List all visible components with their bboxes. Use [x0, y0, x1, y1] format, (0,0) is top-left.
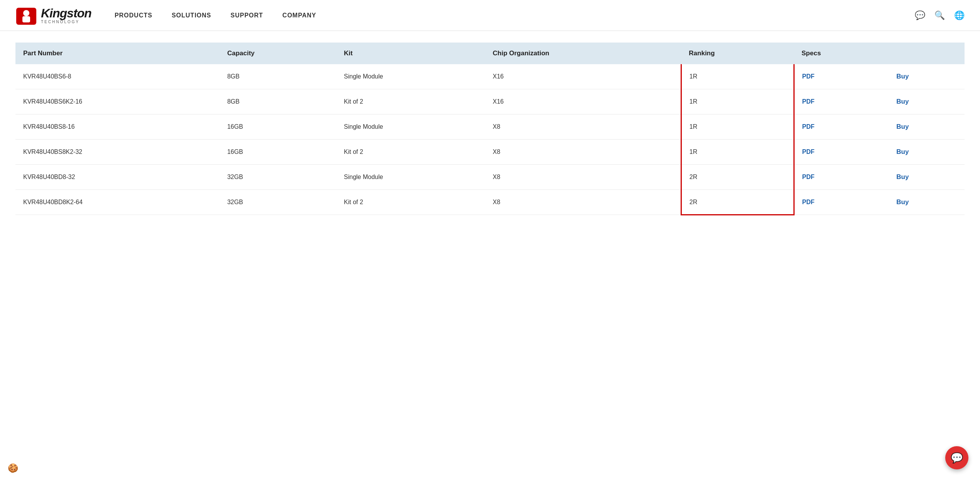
cell-buy[interactable]: Buy	[888, 165, 965, 190]
main-nav: PRODUCTS SOLUTIONS SUPPORT COMPANY	[115, 12, 915, 19]
chat-icon[interactable]: 💬	[915, 11, 925, 20]
cell-chip-org: X8	[485, 140, 681, 165]
logo-technology-text: TECHNOLOGY	[41, 20, 92, 24]
cell-specs[interactable]: PDF	[794, 64, 888, 89]
cell-part-number: KVR48U40BS8K2-32	[15, 140, 219, 165]
pdf-link[interactable]: PDF	[802, 73, 815, 80]
col-header-ranking: Ranking	[681, 43, 794, 64]
cell-part-number: KVR48U40BS6-8	[15, 64, 219, 89]
col-header-specs: Specs	[794, 43, 888, 64]
cell-ranking: 1R	[681, 140, 794, 165]
cell-part-number: KVR48U40BD8-32	[15, 165, 219, 190]
nav-support[interactable]: SUPPORT	[231, 12, 263, 19]
cell-kit: Kit of 2	[336, 89, 485, 114]
pdf-link[interactable]: PDF	[802, 199, 815, 205]
buy-link[interactable]: Buy	[896, 98, 909, 105]
nav-products[interactable]: PRODUCTS	[115, 12, 153, 19]
col-header-kit: Kit	[336, 43, 485, 64]
table-row: KVR48U40BS6-8 8GB Single Module X16 1R P…	[15, 64, 965, 89]
cell-part-number: KVR48U40BD8K2-64	[15, 190, 219, 215]
col-header-capacity: Capacity	[219, 43, 336, 64]
cell-ranking: 1R	[681, 64, 794, 89]
cell-chip-org: X16	[485, 89, 681, 114]
table-row: KVR48U40BS6K2-16 8GB Kit of 2 X16 1R PDF…	[15, 89, 965, 114]
logo-kingston-text: Kingston	[41, 7, 92, 19]
cell-chip-org: X8	[485, 114, 681, 140]
svg-rect-2	[22, 16, 30, 22]
cell-specs[interactable]: PDF	[794, 89, 888, 114]
cell-buy[interactable]: Buy	[888, 140, 965, 165]
buy-link[interactable]: Buy	[896, 73, 909, 80]
buy-link[interactable]: Buy	[896, 123, 909, 130]
buy-link[interactable]: Buy	[896, 198, 909, 206]
cell-ranking: 2R	[681, 190, 794, 215]
col-header-buy	[888, 43, 965, 64]
site-header: Kingston TECHNOLOGY PRODUCTS SOLUTIONS S…	[0, 0, 980, 31]
pdf-link[interactable]: PDF	[802, 123, 815, 130]
table-row: KVR48U40BS8K2-32 16GB Kit of 2 X8 1R PDF…	[15, 140, 965, 165]
cell-buy[interactable]: Buy	[888, 89, 965, 114]
cell-specs[interactable]: PDF	[794, 190, 888, 215]
table-header: Part Number Capacity Kit Chip Organizati…	[15, 43, 965, 64]
cell-specs[interactable]: PDF	[794, 165, 888, 190]
cell-ranking: 1R	[681, 89, 794, 114]
cell-kit: Single Module	[336, 64, 485, 89]
table-row: KVR48U40BD8-32 32GB Single Module X8 2R …	[15, 165, 965, 190]
table-row: KVR48U40BS8-16 16GB Single Module X8 1R …	[15, 114, 965, 140]
cell-specs[interactable]: PDF	[794, 140, 888, 165]
buy-link[interactable]: Buy	[896, 148, 909, 155]
cell-capacity: 16GB	[219, 140, 336, 165]
cell-capacity: 8GB	[219, 64, 336, 89]
cell-capacity: 8GB	[219, 89, 336, 114]
logo-icon	[15, 4, 37, 27]
cell-kit: Kit of 2	[336, 140, 485, 165]
cell-buy[interactable]: Buy	[888, 190, 965, 215]
logo-text: Kingston TECHNOLOGY	[41, 7, 92, 24]
cell-ranking: 1R	[681, 114, 794, 140]
svg-point-1	[23, 10, 29, 16]
cell-chip-org: X16	[485, 64, 681, 89]
cell-chip-org: X8	[485, 190, 681, 215]
pdf-link[interactable]: PDF	[802, 148, 815, 155]
cell-kit: Kit of 2	[336, 190, 485, 215]
pdf-link[interactable]: PDF	[802, 98, 815, 105]
nav-solutions[interactable]: SOLUTIONS	[172, 12, 211, 19]
cell-chip-org: X8	[485, 165, 681, 190]
pdf-link[interactable]: PDF	[802, 174, 815, 180]
col-header-part-number: Part Number	[15, 43, 219, 64]
cell-capacity: 16GB	[219, 114, 336, 140]
col-header-chip-org: Chip Organization	[485, 43, 681, 64]
table-body: KVR48U40BS6-8 8GB Single Module X16 1R P…	[15, 64, 965, 215]
cell-kit: Single Module	[336, 165, 485, 190]
cell-specs[interactable]: PDF	[794, 114, 888, 140]
nav-company[interactable]: COMPANY	[282, 12, 316, 19]
header-icons: 💬 🔍 🌐	[915, 11, 965, 20]
cell-part-number: KVR48U40BS8-16	[15, 114, 219, 140]
cell-buy[interactable]: Buy	[888, 114, 965, 140]
cell-kit: Single Module	[336, 114, 485, 140]
main-content: Part Number Capacity Kit Chip Organizati…	[0, 31, 980, 227]
table-row: KVR48U40BD8K2-64 32GB Kit of 2 X8 2R PDF…	[15, 190, 965, 215]
cell-buy[interactable]: Buy	[888, 64, 965, 89]
buy-link[interactable]: Buy	[896, 173, 909, 181]
globe-icon[interactable]: 🌐	[954, 11, 965, 20]
cell-capacity: 32GB	[219, 165, 336, 190]
product-table: Part Number Capacity Kit Chip Organizati…	[15, 43, 965, 215]
logo[interactable]: Kingston TECHNOLOGY	[15, 4, 92, 27]
cell-capacity: 32GB	[219, 190, 336, 215]
search-icon[interactable]: 🔍	[934, 11, 945, 20]
cell-ranking: 2R	[681, 165, 794, 190]
cell-part-number: KVR48U40BS6K2-16	[15, 89, 219, 114]
